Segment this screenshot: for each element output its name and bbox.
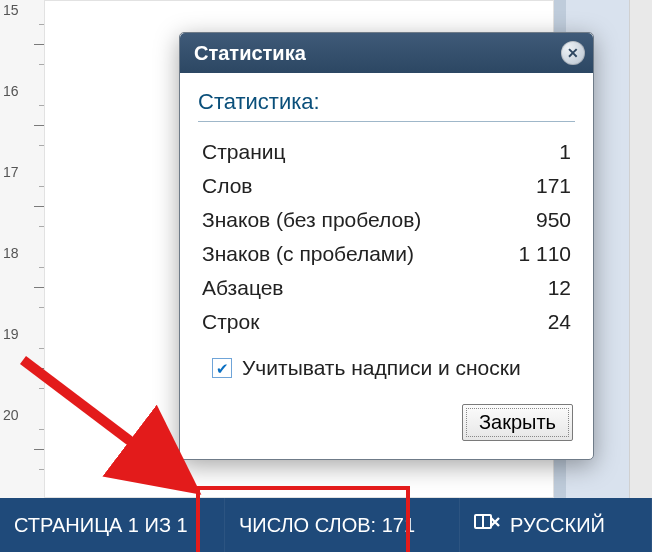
dialog-title: Статистика: [194, 42, 561, 65]
table-row: Слов 171: [200, 170, 573, 202]
ruler-mark: 20: [3, 407, 41, 423]
table-row: Абзацев 12: [200, 272, 573, 304]
status-page-text: СТРАНИЦА 1 ИЗ 1: [14, 514, 188, 537]
dialog-titlebar[interactable]: Статистика ✕: [180, 33, 593, 73]
ruler-mark: 15: [3, 2, 41, 18]
status-word-count-text: ЧИСЛО СЛОВ: 171: [239, 514, 415, 537]
stat-value: 24: [498, 306, 573, 338]
status-word-count[interactable]: ЧИСЛО СЛОВ: 171: [225, 498, 460, 552]
stat-label: Слов: [200, 170, 496, 202]
stat-value: 950: [498, 204, 573, 236]
status-page[interactable]: СТРАНИЦА 1 ИЗ 1: [0, 498, 225, 552]
stat-value: 1: [498, 136, 573, 168]
stat-label: Знаков (с пробелами): [200, 238, 496, 270]
close-button[interactable]: Закрыть: [462, 404, 573, 441]
close-icon[interactable]: ✕: [561, 41, 585, 65]
checkbox-label: Учитывать надписи и сноски: [242, 356, 521, 380]
ruler-mark: 17: [3, 164, 41, 180]
stat-value: 1 110: [498, 238, 573, 270]
status-bar: СТРАНИЦА 1 ИЗ 1 ЧИСЛО СЛОВ: 171 РУССКИЙ: [0, 498, 652, 552]
stat-label: Знаков (без пробелов): [200, 204, 496, 236]
ruler-mark: 18: [3, 245, 41, 261]
proofing-icon: [474, 512, 500, 539]
vertical-ruler: 15 16 17 18 19 20: [0, 0, 45, 498]
table-row: Страниц 1: [200, 136, 573, 168]
status-language-text: РУССКИЙ: [510, 514, 605, 537]
ruler-mark: 16: [3, 83, 41, 99]
stat-label: Абзацев: [200, 272, 496, 304]
stat-label: Страниц: [200, 136, 496, 168]
checkbox-checked-icon[interactable]: ✔: [212, 358, 232, 378]
stat-label: Строк: [200, 306, 496, 338]
include-textboxes-row[interactable]: ✔ Учитывать надписи и сноски: [198, 356, 575, 380]
stat-value: 12: [498, 272, 573, 304]
stats-table: Страниц 1 Слов 171 Знаков (без пробелов)…: [198, 134, 575, 340]
table-row: Знаков (с пробелами) 1 110: [200, 238, 573, 270]
stat-value: 171: [498, 170, 573, 202]
ruler-mark: 19: [3, 326, 41, 342]
table-row: Строк 24: [200, 306, 573, 338]
table-row: Знаков (без пробелов) 950: [200, 204, 573, 236]
status-language[interactable]: РУССКИЙ: [460, 498, 652, 552]
section-title: Статистика:: [198, 83, 575, 122]
vertical-scrollbar[interactable]: [629, 0, 652, 498]
statistics-dialog: Статистика ✕ Статистика: Страниц 1 Слов …: [179, 32, 594, 460]
